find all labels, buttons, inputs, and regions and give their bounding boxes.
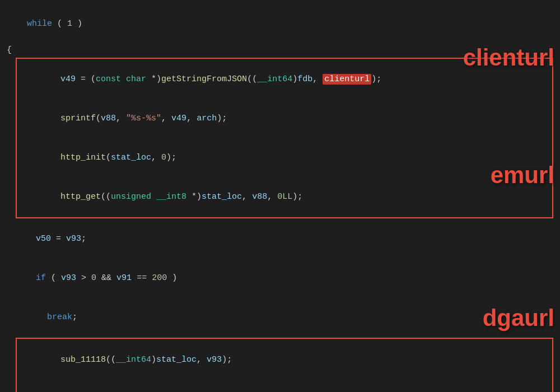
line-7: v50 = v93; bbox=[16, 220, 553, 259]
line-6: http_get((unsigned __int8 *)stat_loc, v8… bbox=[20, 177, 549, 216]
keyword-while: while bbox=[27, 19, 52, 29]
big-label-emurl: emurl bbox=[491, 157, 554, 193]
highlight-clienturl: clienturl bbox=[323, 74, 371, 85]
code-viewer: while ( 1 ) { v49 = (const char *)getStr… bbox=[0, 0, 560, 392]
red-box-emurl: sub_11118((__int64)stat_loc, v93); v51 =… bbox=[16, 338, 553, 392]
line-9: break; bbox=[27, 298, 553, 337]
line-8: if ( v93 > 0 && v91 == 200 ) bbox=[16, 259, 553, 298]
big-label-dgaurl: dgaurl bbox=[483, 300, 554, 336]
line-11: v51 = (char *)getStringFromJSON((__int64… bbox=[20, 379, 549, 392]
big-label-clienturl: clienturl bbox=[463, 39, 554, 76]
line-4: sprintf(v88, "%s-%s", v49, arch); bbox=[20, 99, 549, 138]
red-box-clienturl: v49 = (const char *)getStringFromJSON((_… bbox=[16, 58, 553, 218]
line-10: sub_11118((__int64)stat_loc, v93); bbox=[20, 340, 549, 379]
line-1: while ( 1 ) bbox=[7, 4, 553, 44]
line-5: http_init(stat_loc, 0); bbox=[20, 138, 549, 178]
